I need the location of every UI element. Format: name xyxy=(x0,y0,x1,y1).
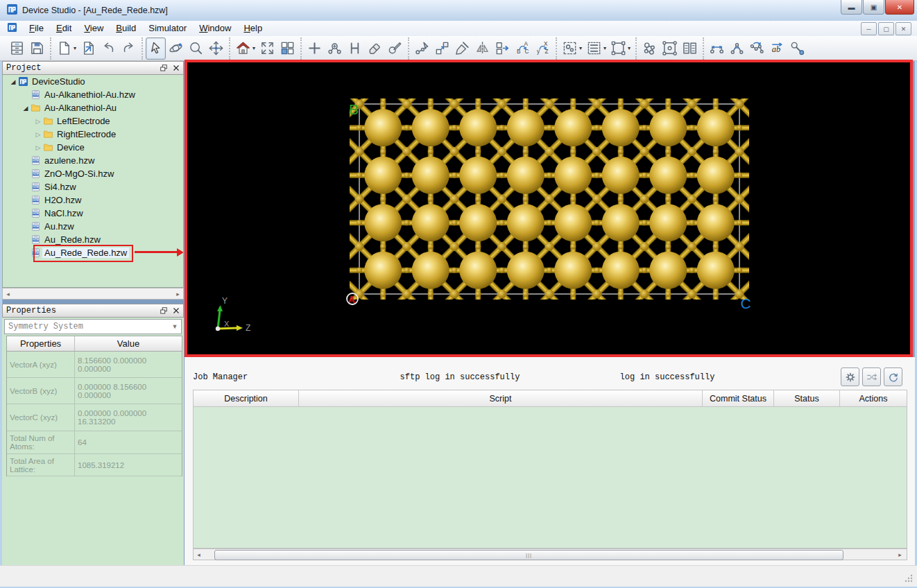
tree-item-device[interactable]: ▷Device xyxy=(3,141,183,154)
add-atom-button[interactable] xyxy=(305,37,325,60)
job-column-commit-status[interactable]: Commit Status xyxy=(703,390,774,406)
save-project-button[interactable] xyxy=(27,37,47,60)
tree-item-si4-hzw[interactable]: HZWSi4.hzw xyxy=(3,180,183,193)
tree-item-zno-mgo-si-hzw[interactable]: HZWZnO-MgO-Si.hzw xyxy=(3,167,183,180)
new-file-button[interactable]: ▾ xyxy=(54,37,78,60)
fit-view-button[interactable] xyxy=(257,37,277,60)
edit-element-button[interactable] xyxy=(385,37,405,60)
draw-bond-button[interactable] xyxy=(412,37,432,60)
collapse-icon[interactable]: ◢ xyxy=(21,105,31,112)
tree-item-rightelectrode[interactable]: ▷RightElectrode xyxy=(3,128,183,141)
undo-button[interactable] xyxy=(98,37,119,60)
build-molecule-button[interactable] xyxy=(640,37,660,60)
properties-panel: Properties Symmetry System ▼ Properties … xyxy=(2,304,184,565)
mdi-restore-button[interactable]: ▢ xyxy=(878,22,894,35)
job-settings-button[interactable] xyxy=(841,368,859,386)
pan-view-button[interactable] xyxy=(206,37,226,60)
tree-item-nacl-hzw[interactable]: HZWNaCl.hzw xyxy=(3,207,183,220)
scroll-thumb[interactable]: ||| xyxy=(214,550,843,560)
cell-box-dropdown-icon[interactable]: ▾ xyxy=(628,45,631,51)
label-ab-vector-button[interactable]: ab xyxy=(767,37,787,60)
menu-window[interactable]: Window xyxy=(193,21,237,35)
tree-item-h2o-hzw[interactable]: HZWH2O.hzw xyxy=(3,193,183,207)
job-column-description[interactable]: Description xyxy=(194,390,299,406)
clean-structure-button[interactable] xyxy=(452,37,472,60)
expand-icon[interactable]: ▷ xyxy=(33,144,43,151)
mdi-minimize-button[interactable]: ─ xyxy=(861,22,877,35)
collapse-icon[interactable]: ◢ xyxy=(8,78,18,85)
drag-select-button[interactable] xyxy=(432,37,452,60)
tile-windows-button[interactable] xyxy=(277,37,298,60)
align-structure-button[interactable]: ▾ xyxy=(584,37,608,60)
measure-angle-button[interactable] xyxy=(727,37,747,60)
float-panel-icon[interactable] xyxy=(158,306,169,316)
properties-category-select[interactable]: Symmetry System ▼ xyxy=(4,319,182,334)
build-supercell-button[interactable] xyxy=(660,37,680,60)
menu-help[interactable]: Help xyxy=(237,21,268,35)
cell-box-button[interactable]: ▾ xyxy=(608,37,633,60)
save-project-icon xyxy=(29,40,45,56)
select-group-dropdown-icon[interactable]: ▾ xyxy=(579,45,582,51)
expand-icon[interactable]: ▷ xyxy=(33,118,43,125)
tree-item-au-hzw[interactable]: HZWAu.hzw xyxy=(3,220,183,233)
structure-canvas[interactable]: BCAYXZ xyxy=(187,62,910,354)
close-panel-icon[interactable] xyxy=(171,306,182,316)
tree-item-azulene-hzw[interactable]: HZWazulene.hzw xyxy=(3,154,183,167)
maximize-button[interactable]: ▣ xyxy=(863,0,884,15)
add-hydrogen-button[interactable] xyxy=(345,37,365,60)
menu-file[interactable]: File xyxy=(23,21,50,35)
move-fragment-button[interactable] xyxy=(492,37,513,60)
close-panel-icon[interactable] xyxy=(171,63,182,74)
tree-item-leftelectrode[interactable]: ▷LeftElectrode xyxy=(3,114,183,128)
menu-build[interactable]: Build xyxy=(110,21,142,35)
erase-button[interactable] xyxy=(365,37,385,60)
swap-abc-axes-button[interactable]: BCA xyxy=(513,37,533,60)
scroll-right-icon[interactable]: ▸ xyxy=(895,551,905,558)
scroll-left-icon[interactable]: ◂ xyxy=(3,291,13,297)
scroll-left-icon[interactable]: ◂ xyxy=(194,551,204,558)
expand-icon[interactable]: ▷ xyxy=(33,131,43,138)
job-column-status[interactable]: Status xyxy=(774,390,840,406)
float-panel-icon[interactable] xyxy=(158,63,169,74)
job-column-script[interactable]: Script xyxy=(299,390,703,406)
job-refresh-button[interactable] xyxy=(884,368,902,386)
open-project-button[interactable] xyxy=(7,37,27,60)
measure-distance-button[interactable] xyxy=(707,37,727,60)
new-file-dropdown-icon[interactable]: ▾ xyxy=(74,45,76,51)
job-hscrollbar[interactable]: ◂ ||| ▸ xyxy=(193,548,907,560)
resize-grip[interactable] xyxy=(904,573,913,582)
export-file-button[interactable] xyxy=(78,37,98,60)
hzw-file-icon: HZW xyxy=(31,195,42,206)
rotate-view-button[interactable] xyxy=(166,37,186,60)
swap-xyz-axes-button[interactable]: yZX xyxy=(533,37,553,60)
menu-simulator[interactable]: Simulator xyxy=(142,21,193,35)
mirror-structure-button[interactable] xyxy=(472,37,492,60)
home-view-button[interactable]: ▾ xyxy=(233,37,257,60)
select-group-button[interactable]: ▾ xyxy=(560,37,584,60)
structure-viewport[interactable]: BCAYXZ xyxy=(185,60,913,357)
build-lattice-button[interactable] xyxy=(680,37,700,60)
tree-item-au-rede-hzw[interactable]: HZWAu_Rede.hzw xyxy=(3,233,183,246)
close-button[interactable]: ✕ xyxy=(885,0,914,15)
project-hscrollbar[interactable]: ◂ ▸ xyxy=(2,288,184,300)
align-structure-dropdown-icon[interactable]: ▾ xyxy=(603,45,606,51)
property-label: Total Area of Lattice: xyxy=(7,454,75,476)
bond-tool-button[interactable] xyxy=(787,37,807,60)
zoom-view-button[interactable] xyxy=(186,37,206,60)
measure-dihedral-button[interactable] xyxy=(747,37,767,60)
job-transfer-button[interactable] xyxy=(862,368,881,386)
tree-item-au-alkanethiol-au-hzw[interactable]: HZWAu-Alkanethiol-Au.hzw xyxy=(3,88,183,101)
menu-view[interactable]: View xyxy=(78,21,110,35)
job-column-actions[interactable]: Actions xyxy=(840,390,907,406)
tree-item-au-alkanethiol-au[interactable]: ◢Au-Alkanethiol-Au xyxy=(3,101,183,114)
tree-item-devicestudio[interactable]: ◢DeviceStudio xyxy=(3,75,183,88)
home-view-dropdown-icon[interactable]: ▾ xyxy=(252,45,255,51)
redo-button[interactable] xyxy=(119,37,139,60)
add-fragment-button[interactable] xyxy=(325,37,345,60)
mdi-close-button[interactable]: ✕ xyxy=(895,22,911,35)
minimize-button[interactable]: ▬ xyxy=(841,0,862,15)
menu-edit[interactable]: Edit xyxy=(50,21,78,35)
scroll-right-icon[interactable]: ▸ xyxy=(173,291,183,297)
tree-item-au-rede-rede-hzw[interactable]: HZWAu_Rede_Rede.hzw xyxy=(3,246,183,259)
select-cursor-button[interactable] xyxy=(146,37,166,60)
